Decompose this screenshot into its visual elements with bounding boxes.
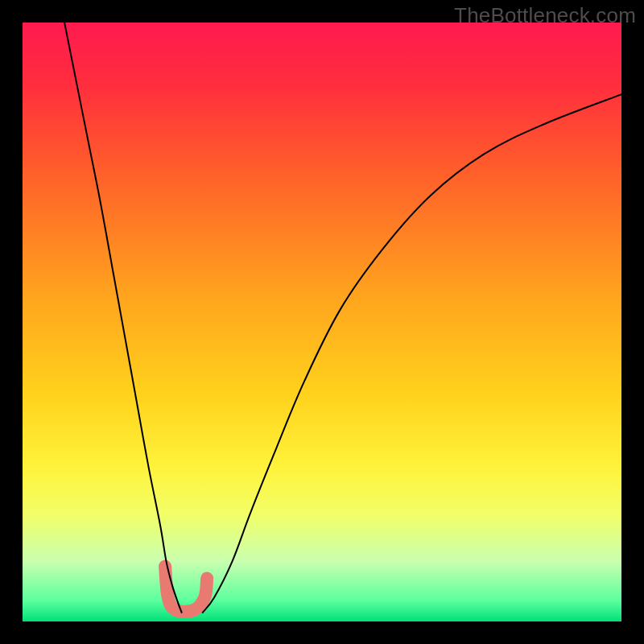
- gradient-background: [23, 23, 621, 621]
- chart-svg: [23, 23, 621, 621]
- plot-area: [23, 23, 621, 621]
- outer-frame: TheBottleneck.com: [0, 0, 644, 644]
